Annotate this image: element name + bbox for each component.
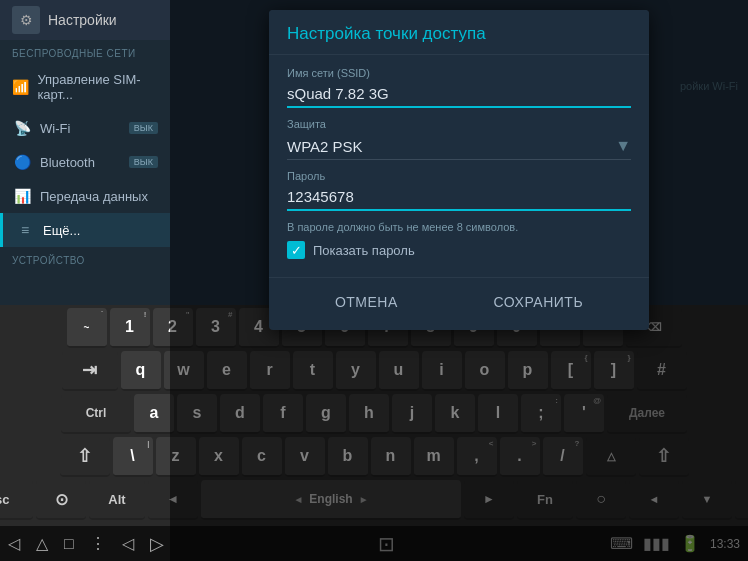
key-backtick[interactable]: `~ [67,308,107,348]
tab-key[interactable]: ⇥ [62,351,118,391]
security-label: Защита [287,118,631,130]
dialog-title: Настройка точки доступа [287,24,631,44]
settings-icon: ⚙ [12,6,40,34]
nav-left: ◁ △ □ ⋮ ◁ ▷ [8,533,164,555]
ctrl-key[interactable]: Ctrl [61,394,131,434]
sidebar-item-wifi-label: Wi-Fi [40,121,70,136]
key-1[interactable]: !1 [110,308,150,348]
cancel-button[interactable]: Отмена [311,288,422,316]
menu-nav-icon[interactable]: ⋮ [90,534,106,553]
main-content: Настройка точки доступа Имя сети (SSID) … [170,0,748,561]
alt-key[interactable]: Alt [89,480,145,520]
dialog-header: Настройка точки доступа [269,10,649,55]
sidebar-item-bluetooth-label: Bluetooth [40,155,95,170]
password-input[interactable] [287,185,631,211]
wifi-icon: 📡 [12,120,32,136]
sim-icon: 📶 [12,79,29,95]
sidebar-item-data[interactable]: 📊 Передача данных [0,179,170,213]
show-password-checkbox[interactable]: ✓ [287,241,305,259]
save-button[interactable]: Сохранить [470,288,608,316]
dialog-footer: Отмена Сохранить [269,277,649,330]
esc-key[interactable]: Esc [0,480,33,520]
dialog-overlay: Настройка точки доступа Имя сети (SSID) … [170,0,748,561]
section-label-device: УСТРОЙСТВО [0,247,170,270]
key-a[interactable]: a [134,394,174,434]
bluetooth-icon: 🔵 [12,154,32,170]
sidebar-title: Настройки [48,12,117,28]
show-password-row[interactable]: ✓ Показать пароль [287,241,631,259]
security-value: WPA2 PSK [287,138,363,155]
section-label-wireless: БЕСПРОВОДНЫЕ СЕТИ [0,40,170,63]
dot-key[interactable]: ⊙ [36,480,86,520]
hotspot-dialog: Настройка точки доступа Имя сети (SSID) … [269,10,649,330]
security-arrow-icon: ▼ [615,137,631,155]
sidebar-item-wifi[interactable]: 📡 Wi-Fi ВЫК [0,111,170,145]
back-nav-icon[interactable]: ◁ [8,534,20,553]
home-nav-icon[interactable]: △ [36,534,48,553]
vol-up-icon[interactable]: ▷ [150,533,164,555]
ssid-label: Имя сети (SSID) [287,67,631,79]
password-hint: В пароле должно быть не менее 8 символов… [287,221,631,233]
recents-nav-icon[interactable]: □ [64,535,74,553]
password-label: Пароль [287,170,631,182]
ssid-input[interactable] [287,82,631,108]
key-q[interactable]: q [121,351,161,391]
more-icon: ≡ [15,222,35,238]
bluetooth-badge: ВЫК [129,156,158,168]
sidebar-item-bluetooth[interactable]: 🔵 Bluetooth ВЫК [0,145,170,179]
dialog-body: Имя сети (SSID) Защита WPA2 PSK ▼ Пароль… [269,55,649,277]
security-select[interactable]: WPA2 PSK ▼ [287,133,631,160]
sidebar-header: ⚙ Настройки [0,0,170,40]
wifi-badge: ВЫК [129,122,158,134]
key-backslash[interactable]: |\ [113,437,153,477]
sidebar-item-data-label: Передача данных [40,189,148,204]
sidebar-item-more-label: Ещё... [43,223,80,238]
sidebar-item-sim[interactable]: 📶 Управление SIM-карт... [0,63,170,111]
sidebar-item-more[interactable]: ≡ Ещё... [0,213,170,247]
vol-down-icon[interactable]: ◁ [122,534,134,553]
sidebar-item-sim-label: Управление SIM-карт... [37,72,158,102]
data-icon: 📊 [12,188,32,204]
shift-left-key[interactable]: ⇧ [60,437,110,477]
show-password-label: Показать пароль [313,243,415,258]
